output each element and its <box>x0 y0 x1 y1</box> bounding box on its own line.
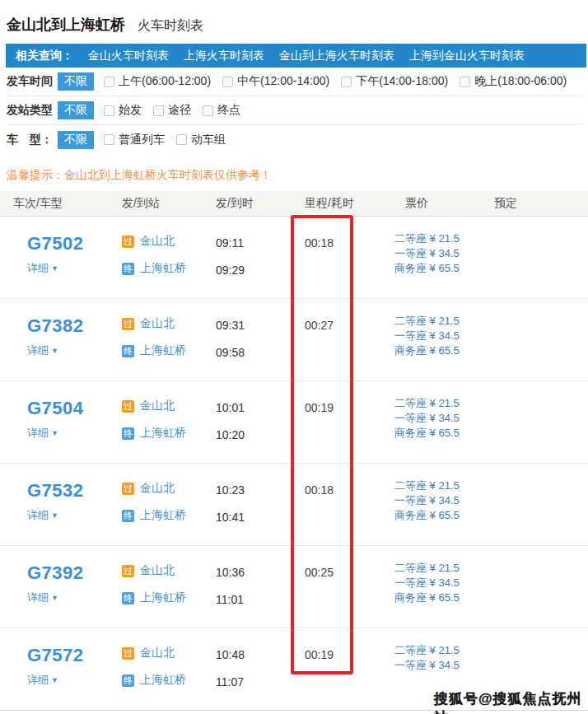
price-line: 二等座 ¥ 21.5 <box>394 643 494 658</box>
detail-toggle[interactable]: 详细 ▼ <box>27 426 122 441</box>
pass-badge: 过 <box>122 318 134 330</box>
price-line: 一等座 ¥ 34.5 <box>394 658 494 673</box>
pass-badge: 过 <box>122 483 134 495</box>
to-station-link[interactable]: 上海虹桥 <box>140 508 186 523</box>
related-link[interactable]: 上海火车时刻表 <box>184 49 264 63</box>
price-line: 二等座 ¥ 21.5 <box>394 396 494 411</box>
filter-option[interactable]: 终点 <box>203 103 240 118</box>
related-link[interactable]: 上海到金山火车时刻表 <box>409 49 525 63</box>
from-station-line: 过 金山北 <box>122 399 216 413</box>
checkbox-icon[interactable] <box>104 77 114 87</box>
detail-toggle[interactable]: 详细 ▼ <box>27 261 122 276</box>
departure-time: 10:23 <box>216 483 305 497</box>
price-line: 二等座 ¥ 21.5 <box>394 478 494 493</box>
filter-options: 上午(06:00-12:00) 中午(12:00-14:00) 下午(14:00… <box>104 74 578 89</box>
filter-option[interactable]: 上午(06:00-12:00) <box>104 74 211 89</box>
checkbox-icon[interactable] <box>460 77 470 87</box>
train-number-link[interactable]: G7572 <box>27 645 122 666</box>
caret-down-icon: ▼ <box>51 265 58 273</box>
filter-options: 始发 途径 终点 <box>104 103 252 118</box>
col-header-stations: 发/到站 <box>122 196 216 211</box>
to-station-line: 终 上海虹桥 <box>122 591 216 604</box>
times-cell: 10:48 11:07 <box>216 628 305 710</box>
to-station-link[interactable]: 上海虹桥 <box>140 343 186 358</box>
arrival-time: 09:29 <box>216 264 305 277</box>
from-station-link[interactable]: 金山北 <box>140 399 175 413</box>
train-number-link[interactable]: G7382 <box>27 315 122 337</box>
price-line: 二等座 ¥ 21.5 <box>394 561 494 576</box>
filter-option-label: 动车组 <box>191 133 226 147</box>
train-number-link[interactable]: G7392 <box>27 562 122 584</box>
filter-option[interactable]: 普通列车 <box>104 133 165 147</box>
to-station-line: 终 上海虹桥 <box>122 674 216 687</box>
checkbox-icon[interactable] <box>104 105 114 116</box>
filter-option-label: 中午(12:00-14:00) <box>237 74 329 89</box>
train-number-link[interactable]: G7532 <box>27 480 122 502</box>
from-station-link[interactable]: 金山北 <box>140 563 175 578</box>
filter-option[interactable]: 下午(14:00-18:00) <box>341 74 448 89</box>
from-station-line: 过 金山北 <box>122 235 216 248</box>
price-line: 二等座 ¥ 21.5 <box>394 231 494 246</box>
pass-badge: 过 <box>122 647 134 660</box>
filter-option[interactable]: 晚上(18:00-06:00) <box>460 74 567 89</box>
duration: 00:18 <box>305 464 405 545</box>
detail-label: 详细 <box>27 673 49 688</box>
terminal-badge: 终 <box>122 592 134 604</box>
train-number-link[interactable]: G7502 <box>27 233 122 254</box>
filter-option[interactable]: 动车组 <box>176 133 226 147</box>
detail-label: 详细 <box>27 343 49 358</box>
checkbox-icon[interactable] <box>222 77 233 87</box>
terminal-badge: 终 <box>122 510 134 522</box>
filter-option[interactable]: 中午(12:00-14:00) <box>222 74 329 89</box>
from-station-link[interactable]: 金山北 <box>140 481 175 496</box>
checkbox-icon[interactable] <box>341 77 352 87</box>
notice-text: 温馨提示：金山北到上海虹桥火车时刻表仅供参考！ <box>7 168 581 183</box>
detail-toggle[interactable]: 详细 ▼ <box>27 508 122 523</box>
train-row: G7382 详细 ▼ 过 金山北 终 上海虹桥 09:31 09:58 00:2… <box>0 299 588 381</box>
filter-unlimited-button[interactable]: 不限 <box>58 131 94 149</box>
filter-option[interactable]: 途径 <box>153 103 191 118</box>
detail-toggle[interactable]: 详细 ▼ <box>27 590 122 605</box>
filter-unlimited-button[interactable]: 不限 <box>58 101 94 119</box>
train-cell: G7572 详细 ▼ <box>13 628 122 710</box>
booking-cell <box>494 546 588 628</box>
price-line: 一等座 ¥ 34.5 <box>394 576 494 590</box>
from-station-link[interactable]: 金山北 <box>140 646 175 660</box>
filter-option[interactable]: 始发 <box>104 103 142 118</box>
checkbox-icon[interactable] <box>203 105 213 116</box>
train-number-link[interactable]: G7504 <box>27 398 122 419</box>
detail-label: 详细 <box>27 426 49 441</box>
page-title: 金山北到上海虹桥 火车时刻表 <box>0 0 588 35</box>
related-link[interactable]: 金山到上海火车时刻表 <box>279 49 394 63</box>
price-list: 二等座 ¥ 21.5一等座 ¥ 34.5商务座 ¥ 65.5 <box>394 299 494 380</box>
train-cell: G7392 详细 ▼ <box>13 546 122 628</box>
to-station-link[interactable]: 上海虹桥 <box>140 590 186 605</box>
checkbox-icon[interactable] <box>153 105 164 116</box>
filter-unlimited-button[interactable]: 不限 <box>58 72 94 91</box>
to-station-link[interactable]: 上海虹桥 <box>140 261 186 276</box>
detail-label: 详细 <box>27 508 49 523</box>
from-station-link[interactable]: 金山北 <box>140 316 175 331</box>
departure-time: 09:31 <box>216 319 305 332</box>
terminal-badge: 终 <box>122 427 134 440</box>
caret-down-icon: ▼ <box>51 512 58 520</box>
detail-toggle[interactable]: 详细 ▼ <box>27 343 122 358</box>
checkbox-icon[interactable] <box>176 134 187 145</box>
checkbox-icon[interactable] <box>104 134 114 145</box>
filter-option-label: 始发 <box>119 103 142 118</box>
to-station-link[interactable]: 上海虹桥 <box>140 426 186 441</box>
col-header-duration: 里程/耗时 <box>305 196 405 211</box>
from-station-link[interactable]: 金山北 <box>140 234 175 249</box>
stations-cell: 过 金山北 终 上海虹桥 <box>122 217 216 298</box>
detail-toggle[interactable]: 详细 ▼ <box>27 673 122 688</box>
page: 金山北到上海虹桥 火车时刻表 相关查询： 金山火车时刻表上海火车时刻表金山到上海… <box>0 0 588 711</box>
page-title-route: 金山北到上海虹桥 <box>7 16 125 33</box>
price-line: 一等座 ¥ 34.5 <box>394 329 494 343</box>
train-table: 车次/车型 发/到站 发/到时 里程/耗时 票价 预定 G7502 详细 ▼ 过… <box>0 191 588 711</box>
filter-row: 发车时间： 不限 上午(06:00-12:00) 中午(12:00-14:00)… <box>7 68 581 96</box>
caret-down-icon: ▼ <box>51 348 58 355</box>
price-line: 商务座 ¥ 65.5 <box>394 508 494 523</box>
filter-section: 发车时间： 不限 上午(06:00-12:00) 中午(12:00-14:00)… <box>7 68 581 154</box>
to-station-link[interactable]: 上海虹桥 <box>140 673 186 688</box>
related-link[interactable]: 金山火车时刻表 <box>88 49 169 63</box>
